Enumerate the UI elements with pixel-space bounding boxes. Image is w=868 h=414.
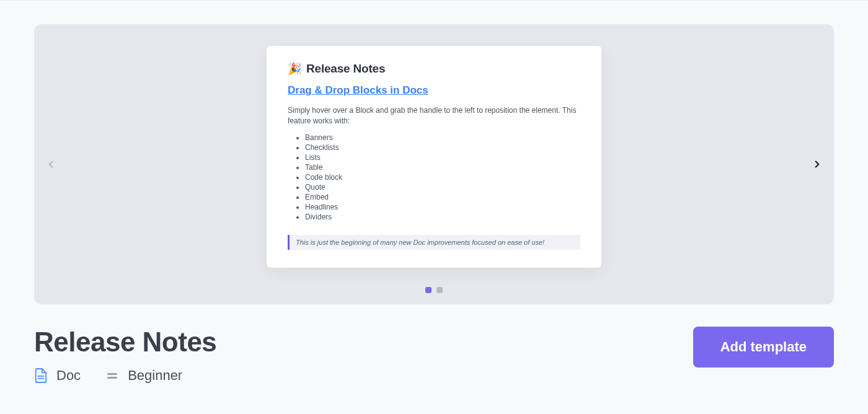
list-item: Checklists — [305, 143, 580, 152]
carousel-next-button[interactable] — [808, 155, 826, 174]
preview-doc-title: Release Notes — [306, 62, 385, 76]
add-template-button[interactable]: Add template — [693, 327, 834, 368]
list-item: Headlines — [305, 203, 580, 211]
preview-doc-heading-link[interactable]: Drag & Drop Blocks in Docs — [288, 84, 428, 97]
list-item: Table — [305, 163, 580, 172]
list-item: Lists — [305, 153, 580, 162]
list-item: Banners — [305, 133, 580, 142]
list-item: Embed — [305, 193, 580, 201]
template-difficulty-badge: Beginner — [105, 368, 182, 384]
preview-document-card: 🎉 Release Notes Drag & Drop Blocks in Do… — [267, 46, 601, 268]
template-type-badge: Doc — [34, 368, 81, 384]
template-difficulty-label: Beginner — [128, 368, 182, 384]
preview-doc-description: Simply hover over a Block and grab the h… — [288, 105, 580, 127]
carousel-dot-2[interactable] — [436, 287, 443, 293]
template-preview-carousel: 🎉 Release Notes Drag & Drop Blocks in Do… — [34, 24, 834, 304]
chevron-right-icon — [812, 159, 823, 170]
page-title: Release Notes — [34, 327, 216, 358]
chevron-left-icon — [45, 159, 56, 170]
difficulty-level-icon — [105, 369, 119, 382]
carousel-prev-button[interactable] — [42, 155, 60, 174]
carousel-pagination — [425, 287, 443, 293]
preview-doc-list: Banners Checklists Lists Table Code bloc… — [288, 133, 580, 221]
list-item: Dividers — [305, 213, 580, 221]
party-popper-icon: 🎉 — [288, 62, 301, 76]
template-type-label: Doc — [56, 368, 81, 384]
list-item: Quote — [305, 183, 580, 192]
doc-icon — [34, 368, 48, 384]
preview-doc-quote: This is just the beginning of many new D… — [288, 235, 580, 250]
carousel-dot-1[interactable] — [425, 287, 432, 293]
list-item: Code block — [305, 173, 580, 182]
